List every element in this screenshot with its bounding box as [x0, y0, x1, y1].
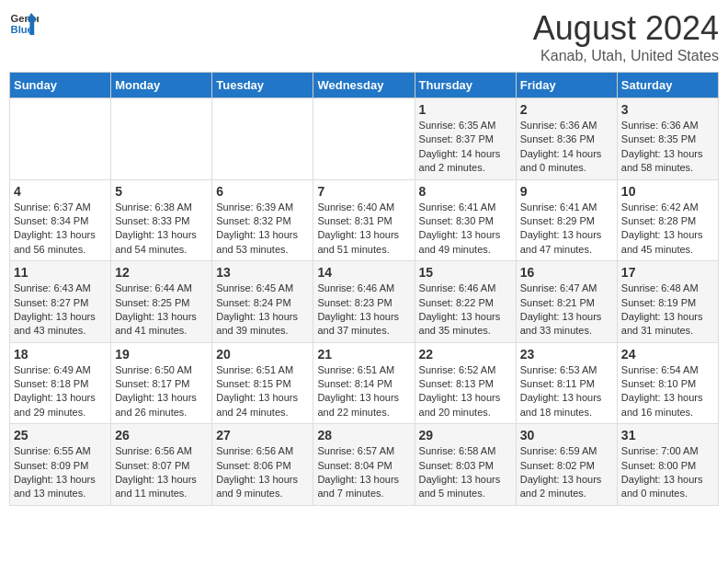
day-number: 10	[621, 184, 714, 199]
header-monday: Monday	[111, 73, 212, 98]
day-info: Sunrise: 6:48 AM Sunset: 8:19 PM Dayligh…	[621, 282, 714, 339]
header-thursday: Thursday	[415, 73, 516, 98]
cell-week1-day0	[10, 98, 111, 180]
cell-week2-day2: 6Sunrise: 6:39 AM Sunset: 8:32 PM Daylig…	[212, 179, 313, 261]
cell-week3-day2: 13Sunrise: 6:45 AM Sunset: 8:24 PM Dayli…	[212, 261, 313, 343]
day-number: 4	[14, 184, 107, 199]
cell-week2-day6: 10Sunrise: 6:42 AM Sunset: 8:28 PM Dayli…	[617, 179, 718, 261]
cell-week4-day6: 24Sunrise: 6:54 AM Sunset: 8:10 PM Dayli…	[617, 342, 718, 424]
header-tuesday: Tuesday	[212, 73, 313, 98]
day-info: Sunrise: 6:40 AM Sunset: 8:31 PM Dayligh…	[317, 201, 410, 258]
header: General Blue August 2024 Kanab, Utah, Un…	[9, 9, 719, 64]
cell-week3-day1: 12Sunrise: 6:44 AM Sunset: 8:25 PM Dayli…	[111, 261, 212, 343]
day-info: Sunrise: 6:42 AM Sunset: 8:28 PM Dayligh…	[621, 201, 714, 258]
day-info: Sunrise: 6:43 AM Sunset: 8:27 PM Dayligh…	[14, 282, 107, 339]
day-info: Sunrise: 6:54 AM Sunset: 8:10 PM Dayligh…	[621, 363, 714, 420]
day-number: 30	[520, 428, 613, 442]
cell-week3-day0: 11Sunrise: 6:43 AM Sunset: 8:27 PM Dayli…	[10, 261, 111, 343]
day-number: 29	[419, 428, 512, 442]
day-number: 23	[520, 347, 613, 362]
cell-week1-day5: 2Sunrise: 6:36 AM Sunset: 8:36 PM Daylig…	[516, 98, 617, 180]
cell-week3-day4: 15Sunrise: 6:46 AM Sunset: 8:22 PM Dayli…	[415, 261, 516, 343]
cell-week1-day2	[212, 98, 313, 180]
day-info: Sunrise: 6:36 AM Sunset: 8:36 PM Dayligh…	[520, 119, 613, 176]
day-info: Sunrise: 6:41 AM Sunset: 8:30 PM Dayligh…	[419, 201, 512, 258]
week-row-5: 25Sunrise: 6:55 AM Sunset: 8:09 PM Dayli…	[10, 424, 719, 506]
cell-week3-day6: 17Sunrise: 6:48 AM Sunset: 8:19 PM Dayli…	[617, 261, 718, 343]
logo-icon: General Blue	[9, 9, 39, 39]
svg-text:Blue: Blue	[11, 24, 33, 35]
day-number: 7	[317, 184, 410, 199]
day-number: 6	[216, 184, 309, 199]
cell-week3-day3: 14Sunrise: 6:46 AM Sunset: 8:23 PM Dayli…	[313, 261, 415, 343]
cell-week2-day1: 5Sunrise: 6:38 AM Sunset: 8:33 PM Daylig…	[111, 179, 212, 261]
day-number: 24	[621, 347, 714, 362]
week-row-1: 1Sunrise: 6:35 AM Sunset: 8:37 PM Daylig…	[10, 98, 719, 180]
day-info: Sunrise: 6:41 AM Sunset: 8:29 PM Dayligh…	[520, 201, 613, 258]
calendar-table: SundayMondayTuesdayWednesdayThursdayFrid…	[9, 72, 719, 506]
day-info: Sunrise: 6:58 AM Sunset: 8:03 PM Dayligh…	[419, 444, 512, 501]
cell-week2-day0: 4Sunrise: 6:37 AM Sunset: 8:34 PM Daylig…	[10, 179, 111, 261]
day-number: 22	[419, 347, 512, 362]
day-number: 31	[621, 428, 714, 442]
day-number: 5	[115, 184, 208, 199]
day-number: 11	[14, 265, 107, 280]
day-info: Sunrise: 6:52 AM Sunset: 8:13 PM Dayligh…	[419, 363, 512, 420]
cell-week4-day5: 23Sunrise: 6:53 AM Sunset: 8:11 PM Dayli…	[516, 342, 617, 424]
day-number: 12	[115, 265, 208, 280]
day-info: Sunrise: 6:37 AM Sunset: 8:34 PM Dayligh…	[14, 201, 107, 258]
day-number: 25	[14, 428, 107, 442]
day-info: Sunrise: 6:56 AM Sunset: 8:07 PM Dayligh…	[115, 444, 208, 501]
day-number: 13	[216, 265, 309, 280]
day-info: Sunrise: 6:56 AM Sunset: 8:06 PM Dayligh…	[216, 444, 309, 501]
day-info: Sunrise: 6:51 AM Sunset: 8:14 PM Dayligh…	[317, 363, 410, 420]
day-number: 17	[621, 265, 714, 280]
cell-week2-day3: 7Sunrise: 6:40 AM Sunset: 8:31 PM Daylig…	[313, 179, 415, 261]
cell-week4-day3: 21Sunrise: 6:51 AM Sunset: 8:14 PM Dayli…	[313, 342, 415, 424]
week-row-2: 4Sunrise: 6:37 AM Sunset: 8:34 PM Daylig…	[10, 179, 719, 261]
day-info: Sunrise: 6:44 AM Sunset: 8:25 PM Dayligh…	[115, 282, 208, 339]
day-number: 3	[621, 102, 714, 117]
day-info: Sunrise: 6:49 AM Sunset: 8:18 PM Dayligh…	[14, 363, 107, 420]
week-row-3: 11Sunrise: 6:43 AM Sunset: 8:27 PM Dayli…	[10, 261, 719, 343]
day-number: 1	[419, 102, 512, 117]
day-info: Sunrise: 6:35 AM Sunset: 8:37 PM Dayligh…	[419, 119, 512, 176]
header-wednesday: Wednesday	[313, 73, 415, 98]
day-info: Sunrise: 6:50 AM Sunset: 8:17 PM Dayligh…	[115, 363, 208, 420]
cell-week5-day1: 26Sunrise: 6:56 AM Sunset: 8:07 PM Dayli…	[111, 424, 212, 506]
cell-week5-day3: 28Sunrise: 6:57 AM Sunset: 8:04 PM Dayli…	[313, 424, 415, 506]
day-info: Sunrise: 6:59 AM Sunset: 8:02 PM Dayligh…	[520, 444, 613, 501]
day-number: 8	[419, 184, 512, 199]
cell-week5-day4: 29Sunrise: 6:58 AM Sunset: 8:03 PM Dayli…	[415, 424, 516, 506]
day-info: Sunrise: 6:38 AM Sunset: 8:33 PM Dayligh…	[115, 201, 208, 258]
day-number: 9	[520, 184, 613, 199]
cell-week1-day1	[111, 98, 212, 180]
cell-week4-day1: 19Sunrise: 6:50 AM Sunset: 8:17 PM Dayli…	[111, 342, 212, 424]
day-number: 27	[216, 428, 309, 442]
cell-week2-day5: 9Sunrise: 6:41 AM Sunset: 8:29 PM Daylig…	[516, 179, 617, 261]
week-row-4: 18Sunrise: 6:49 AM Sunset: 8:18 PM Dayli…	[10, 342, 719, 424]
header-saturday: Saturday	[617, 73, 718, 98]
day-info: Sunrise: 6:57 AM Sunset: 8:04 PM Dayligh…	[317, 444, 410, 501]
day-info: Sunrise: 6:46 AM Sunset: 8:23 PM Dayligh…	[317, 282, 410, 339]
cell-week5-day6: 31Sunrise: 7:00 AM Sunset: 8:00 PM Dayli…	[617, 424, 718, 506]
header-row: SundayMondayTuesdayWednesdayThursdayFrid…	[10, 73, 719, 98]
cell-week2-day4: 8Sunrise: 6:41 AM Sunset: 8:30 PM Daylig…	[415, 179, 516, 261]
calendar-title: August 2024	[533, 9, 719, 48]
day-info: Sunrise: 6:51 AM Sunset: 8:15 PM Dayligh…	[216, 363, 309, 420]
day-number: 19	[115, 347, 208, 362]
day-info: Sunrise: 6:53 AM Sunset: 8:11 PM Dayligh…	[520, 363, 613, 420]
day-info: Sunrise: 6:36 AM Sunset: 8:35 PM Dayligh…	[621, 119, 714, 176]
cell-week3-day5: 16Sunrise: 6:47 AM Sunset: 8:21 PM Dayli…	[516, 261, 617, 343]
day-number: 20	[216, 347, 309, 362]
cell-week5-day2: 27Sunrise: 6:56 AM Sunset: 8:06 PM Dayli…	[212, 424, 313, 506]
cell-week4-day0: 18Sunrise: 6:49 AM Sunset: 8:18 PM Dayli…	[10, 342, 111, 424]
day-info: Sunrise: 6:46 AM Sunset: 8:22 PM Dayligh…	[419, 282, 512, 339]
day-number: 26	[115, 428, 208, 442]
day-number: 21	[317, 347, 410, 362]
day-number: 28	[317, 428, 410, 442]
cell-week1-day6: 3Sunrise: 6:36 AM Sunset: 8:35 PM Daylig…	[617, 98, 718, 180]
day-number: 2	[520, 102, 613, 117]
calendar-subtitle: Kanab, Utah, United States	[533, 48, 719, 64]
day-number: 18	[14, 347, 107, 362]
